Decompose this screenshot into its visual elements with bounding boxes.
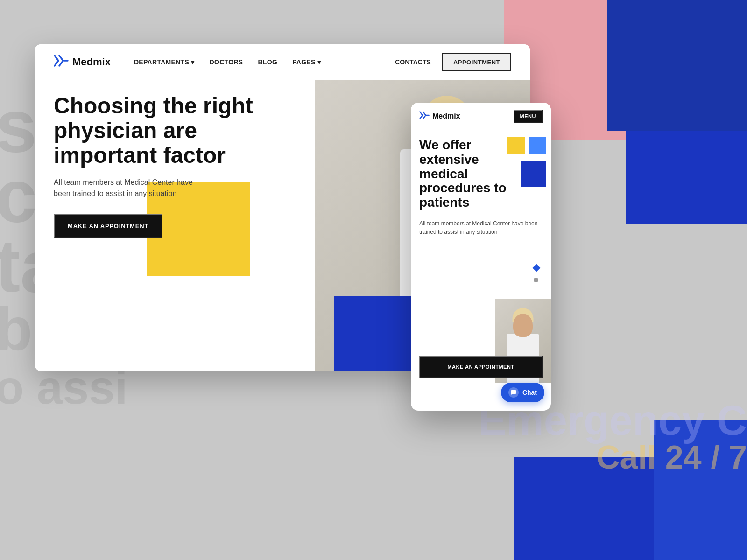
chat-label: Chat: [522, 389, 537, 396]
logo-symbol-icon: [54, 55, 69, 70]
desktop-logo[interactable]: Medmix: [54, 55, 111, 70]
diamond-accent-icon: [533, 264, 541, 272]
hero-title: Choosing the right physician are importa…: [54, 94, 254, 168]
bg-text-assi: o assi: [0, 364, 128, 411]
nav-doctors[interactable]: DOCTORS: [210, 58, 243, 66]
mobile-mockup: Medmix MENU We offer extensive medical p…: [411, 103, 551, 411]
mobile-navbar: Medmix MENU: [411, 103, 551, 130]
mobile-hero-title: We offer extensive medical procedures to…: [419, 138, 522, 210]
mobile-content: We offer extensive medical procedures to…: [411, 130, 551, 236]
bg-blue-dark-rect: [607, 0, 747, 131]
mobile-logo-symbol-icon: [419, 111, 430, 122]
bg-blue-small-rect: [626, 131, 747, 224]
mobile-hero: We offer extensive medical procedures to…: [411, 130, 551, 411]
logo-text: Medmix: [72, 56, 111, 68]
hero-subtitle: All team members at Medical Center have …: [54, 177, 208, 199]
nav-blog[interactable]: BLOG: [258, 58, 277, 66]
mobile-appointment-button[interactable]: MAKE AN APPOINTMENT: [419, 356, 543, 378]
nav-departaments[interactable]: DEPARTAMENTS ▾: [134, 58, 195, 66]
nav-contacts[interactable]: CONTACTS: [395, 58, 431, 66]
hero-content: Choosing the right physician are importa…: [54, 94, 254, 238]
mobile-logo-text: Medmix: [432, 112, 460, 120]
dash-accent-icon: [534, 278, 538, 282]
chat-icon: [508, 387, 519, 398]
mobile-hero-subtitle: All team members at Medical Center have …: [419, 219, 543, 236]
mobile-menu-button[interactable]: MENU: [514, 110, 543, 123]
desktop-navbar: Medmix DEPARTAMENTS ▾ DOCTORS BLOG PAGES…: [35, 44, 530, 80]
mobile-logo[interactable]: Medmix: [419, 111, 460, 122]
chat-button[interactable]: Chat: [501, 383, 544, 402]
nav-links: DEPARTAMENTS ▾ DOCTORS BLOG PAGES ▾: [134, 58, 395, 66]
nav-right: CONTACTS APPOINTMENT: [395, 53, 511, 71]
nav-appointment-button[interactable]: APPOINTMENT: [442, 53, 511, 71]
hero-cta-button[interactable]: MAKE AN APPOINTMENT: [54, 214, 162, 238]
bg-text-call: Call 24 / 7: [596, 439, 747, 476]
nav-pages[interactable]: PAGES ▾: [292, 58, 321, 66]
